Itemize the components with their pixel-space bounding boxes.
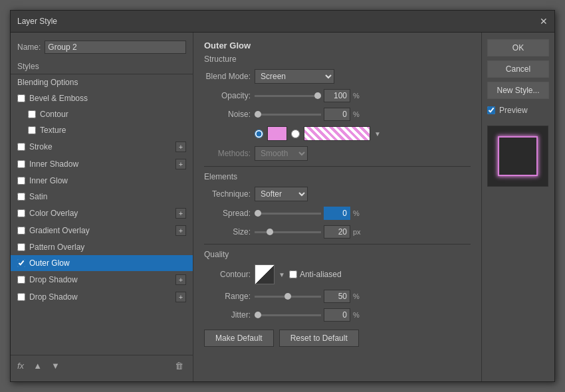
contour-arrow[interactable]: ▼ <box>279 271 285 278</box>
layer-item-color-overlay[interactable]: Color Overlay + <box>11 205 193 222</box>
satin-checkbox[interactable] <box>17 193 25 201</box>
bevel-checkbox[interactable] <box>17 94 25 102</box>
range-slider-container: % <box>255 290 364 303</box>
jitter-slider[interactable] <box>255 314 321 316</box>
preview-label: Preview <box>499 106 528 115</box>
range-value-input[interactable] <box>324 290 350 303</box>
section-title: Outer Glow <box>204 41 471 50</box>
jitter-row: Jitter: % <box>204 308 471 322</box>
blend-mode-label: Blend Mode: <box>204 72 251 81</box>
jitter-unit: % <box>353 311 364 319</box>
technique-select[interactable]: Softer Precise <box>255 187 308 201</box>
range-slider[interactable] <box>255 296 321 298</box>
range-label: Range: <box>204 292 251 301</box>
inner-shadow-checkbox[interactable] <box>17 160 25 168</box>
color-row: ▼ <box>204 126 471 141</box>
spread-row: Spread: % <box>204 207 471 220</box>
ok-button[interactable]: OK <box>487 39 549 56</box>
layer-item-drop-shadow-2[interactable]: Drop Shadow + <box>11 288 193 306</box>
opacity-row: Opacity: % <box>204 89 471 102</box>
contour-preview[interactable] <box>255 264 275 284</box>
opacity-slider[interactable] <box>255 95 321 97</box>
layer-item-texture[interactable]: Texture <box>11 122 193 138</box>
layer-item-bevel[interactable]: Bevel & Emboss <box>11 90 193 106</box>
move-down-button[interactable]: ▼ <box>49 359 62 372</box>
texture-label: Texture <box>40 126 186 135</box>
contour-row: Contour: ▼ Anti-aliased <box>204 264 471 284</box>
pattern-overlay-label: Pattern Overlay <box>29 243 186 252</box>
layer-list: Blending Options Bevel & Emboss Contour … <box>11 74 193 355</box>
color-controls: ▼ <box>255 126 381 141</box>
gradient-radio[interactable] <box>291 130 300 138</box>
delete-button[interactable]: 🗑 <box>172 359 186 372</box>
anti-alias-checkbox[interactable] <box>289 270 297 278</box>
drop-shadow-1-add-btn[interactable]: + <box>175 274 186 285</box>
left-toolbar: fx ▲ ▼ 🗑 <box>11 355 193 376</box>
preview-checkbox[interactable] <box>487 106 495 114</box>
color-overlay-add-btn[interactable]: + <box>175 208 186 219</box>
gradient-overlay-checkbox[interactable] <box>17 227 25 235</box>
opacity-label: Opacity: <box>204 91 251 100</box>
color-swatch[interactable] <box>267 126 287 141</box>
size-slider[interactable] <box>255 231 321 233</box>
spread-value-input[interactable] <box>324 207 350 220</box>
make-default-button[interactable]: Make Default <box>204 330 274 347</box>
color-picker-preview[interactable] <box>304 126 370 141</box>
outer-glow-label: Outer Glow <box>29 258 186 268</box>
gradient-overlay-add-btn[interactable]: + <box>175 225 186 236</box>
jitter-value-input[interactable] <box>324 308 350 322</box>
layer-item-inner-shadow[interactable]: Inner Shadow + <box>11 155 193 173</box>
size-value-input[interactable] <box>324 225 350 239</box>
spread-slider[interactable] <box>255 213 321 215</box>
noise-label: Noise: <box>204 110 251 119</box>
size-label: Size: <box>204 227 251 237</box>
drop-shadow-2-checkbox[interactable] <box>17 293 25 301</box>
close-button[interactable]: ✕ <box>540 16 548 27</box>
contour-label: Contour: <box>204 270 251 279</box>
preview-rect <box>498 136 538 176</box>
color-picker-arrow[interactable]: ▼ <box>374 130 381 138</box>
color-radio[interactable] <box>255 130 263 138</box>
inner-glow-checkbox[interactable] <box>17 177 25 185</box>
drop-shadow-2-add-btn[interactable]: + <box>175 292 186 302</box>
reset-default-button[interactable]: Reset to Default <box>279 330 359 347</box>
noise-slider[interactable] <box>255 114 321 116</box>
drop-shadow-1-checkbox[interactable] <box>17 276 25 284</box>
noise-value-input[interactable] <box>324 108 350 121</box>
jitter-label: Jitter: <box>204 310 251 320</box>
layer-item-gradient-overlay[interactable]: Gradient Overlay + <box>11 222 193 239</box>
texture-checkbox[interactable] <box>28 126 36 134</box>
layer-item-inner-glow[interactable]: Inner Glow <box>11 173 193 189</box>
contour-checkbox[interactable] <box>28 110 36 118</box>
blend-mode-row: Blend Mode: Screen Normal Multiply Overl… <box>204 69 471 84</box>
layer-item-contour[interactable]: Contour <box>11 106 193 122</box>
noise-unit: % <box>353 110 364 118</box>
left-panel: Name: Styles Blending Options Bevel & Em… <box>11 33 193 381</box>
inner-shadow-add-btn[interactable]: + <box>175 159 186 169</box>
move-up-button[interactable]: ▲ <box>31 359 45 372</box>
technique-row: Technique: Softer Precise <box>204 187 471 201</box>
outer-glow-checkbox[interactable] <box>17 259 25 267</box>
cancel-button[interactable]: Cancel <box>487 60 549 78</box>
method-label: Methods: <box>204 149 251 158</box>
stroke-add-btn[interactable]: + <box>175 142 186 152</box>
layer-item-outer-glow[interactable]: Outer Glow <box>11 255 193 271</box>
main-panel: Outer Glow Structure Blend Mode: Screen … <box>193 33 481 381</box>
layer-style-dialog: Layer Style ✕ Name: Styles Blending Opti… <box>10 10 555 382</box>
layer-item-blending[interactable]: Blending Options <box>11 74 193 90</box>
stroke-checkbox[interactable] <box>17 143 25 151</box>
spread-label: Spread: <box>204 209 251 218</box>
action-buttons: Make Default Reset to Default <box>204 330 471 347</box>
color-overlay-checkbox[interactable] <box>17 209 25 217</box>
layer-item-pattern-overlay[interactable]: Pattern Overlay <box>11 239 193 255</box>
name-input[interactable] <box>45 41 186 54</box>
pattern-overlay-checkbox[interactable] <box>17 243 25 251</box>
opacity-unit: % <box>353 92 364 100</box>
method-select[interactable]: Smooth Precise <box>255 146 308 161</box>
blend-mode-select[interactable]: Screen Normal Multiply Overlay <box>255 69 334 84</box>
opacity-value-input[interactable] <box>324 89 350 102</box>
layer-item-drop-shadow-1[interactable]: Drop Shadow + <box>11 271 193 288</box>
new-style-button[interactable]: New Style... <box>487 82 549 99</box>
layer-item-satin[interactable]: Satin <box>11 189 193 205</box>
layer-item-stroke[interactable]: Stroke + <box>11 138 193 155</box>
